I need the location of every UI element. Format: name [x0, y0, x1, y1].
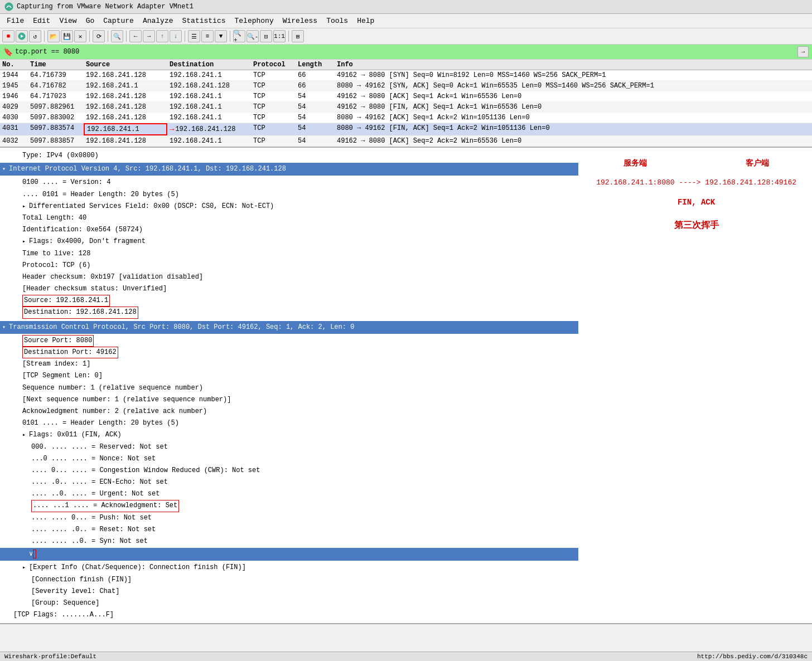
tcp-seg-len: [TCP Segment Len: 0] — [22, 370, 574, 382]
menu-go[interactable]: Go — [81, 15, 99, 27]
toolbar-sep-5 — [185, 31, 185, 42]
menu-tools[interactable]: Tools — [322, 15, 352, 27]
table-row[interactable]: 4030 5097.883002 192.168.241.128 192.168… — [0, 113, 812, 123]
row-no: 1945 — [0, 81, 28, 91]
row-no: 4032 — [0, 136, 28, 146]
menu-statistics[interactable]: Statistics — [177, 15, 230, 27]
row-src: 192.168.241.128 — [84, 70, 167, 80]
annotation-area: 服务端 客户端 192.168.241.1:8080 ----> 192.168… — [585, 150, 808, 621]
detail-left-pane: Type: IPv4 (0x0800) Internet Protocol Ve… — [4, 150, 574, 621]
row-info: 49162 → 8080 [ACK] Seq=1 Ack=1 Win=65536… — [335, 91, 812, 101]
ip-section-header[interactable]: Internet Protocol Version 4, Src: 192.16… — [0, 163, 578, 176]
menu-view[interactable]: View — [55, 15, 81, 27]
first-button[interactable]: ↑ — [156, 30, 168, 42]
menu-help[interactable]: Help — [352, 15, 379, 27]
row-time: 5097.883857 — [28, 136, 84, 146]
zoom-out-button[interactable]: 🔍- — [246, 30, 259, 42]
tcp-flag-ecn: .... .0.. .... = ECN-Echo: Not set — [31, 477, 574, 488]
annotation-client-label: 客户端 — [746, 155, 769, 171]
row-proto: TCP — [251, 113, 296, 123]
row-info: 8080 → 49162 [FIN, ACK] Seq=1 Ack=2 Win=… — [335, 123, 812, 135]
filter-apply-button[interactable]: → — [798, 46, 809, 57]
row-no: 4029 — [0, 102, 28, 112]
close-file-button[interactable]: ✕ — [74, 30, 86, 42]
annotation-flags: FIN, ACK — [596, 195, 796, 210]
tcp-flags-header[interactable]: Flags: 0x011 (FIN, ACK) — [22, 429, 574, 441]
row-src: 192.168.241.128 — [84, 136, 167, 146]
menu-analyze[interactable]: Analyze — [138, 15, 178, 27]
next-button[interactable]: → — [143, 30, 155, 42]
row-info: 49162 → 8080 [SYN] Seq=0 Win=8192 Len=0 … — [335, 70, 812, 80]
row-len: 54 — [296, 102, 335, 112]
expert-info-header[interactable]: [Expert Info (Chat/Sequence): Connection… — [22, 562, 574, 573]
save-button[interactable]: 💾 — [61, 30, 73, 42]
tcp-section-header[interactable]: Transmission Control Protocol, Src Port:… — [0, 321, 578, 334]
toolbar-sep-2 — [89, 31, 90, 42]
col-info: Info — [335, 60, 812, 70]
row-proto: TCP — [251, 91, 296, 101]
row-len: 54 — [296, 136, 335, 146]
table-row[interactable]: 1946 64.717023 192.168.241.128 192.168.2… — [0, 91, 812, 102]
expert-conn-finish: [Connection finish (FIN)] — [31, 574, 574, 586]
menu-file[interactable]: File — [2, 15, 28, 27]
col-destination: Destination — [167, 60, 251, 70]
ip-checksum: Header checksum: 0xb197 [validation disa… — [22, 271, 574, 283]
prev-button[interactable]: ← — [129, 30, 142, 42]
menu-wireless[interactable]: Wireless — [278, 15, 322, 27]
ip-dscp[interactable]: Differentiated Services Field: 0x00 (DSC… — [22, 201, 574, 212]
down-arrow-button[interactable]: ▼ — [215, 30, 227, 42]
row-no: 1946 — [0, 91, 28, 101]
row-src-text: 192.168.241.1 — [87, 125, 139, 133]
adjust-button[interactable]: ⊞ — [292, 30, 304, 42]
row-proto: TCP — [251, 81, 296, 91]
ip-header-text: Internet Protocol Version 4, Src: 192.16… — [9, 165, 286, 173]
col-protocol: Protocol — [251, 60, 296, 70]
tcp-flag-nonce: ...0 .... .... = Nonce: Not set — [31, 453, 574, 465]
last-button[interactable]: ↓ — [170, 30, 182, 42]
table-row[interactable]: 4029 5097.882961 192.168.241.128 192.168… — [0, 102, 812, 113]
reload-button[interactable]: ⟳ — [93, 30, 105, 42]
detail-type-line: Type: IPv4 (0x0800) — [22, 150, 574, 162]
tcp-header-text: Transmission Control Protocol, Src Port:… — [9, 323, 354, 331]
menu-capture[interactable]: Capture — [99, 15, 138, 27]
table-row[interactable]: 1945 64.716782 192.168.241.1 192.168.241… — [0, 81, 812, 91]
find-button[interactable]: 🔍 — [111, 30, 123, 42]
menu-edit[interactable]: Edit — [28, 15, 55, 27]
row-time: 5097.883002 — [28, 113, 84, 123]
status-left: Wireshark·profile:Default — [4, 653, 96, 660]
status-bar: Wireshark·profile:Default http://bbs.ped… — [0, 652, 812, 661]
tcp-src-port: Source Port: 8080 — [22, 335, 94, 347]
row-src: 192.168.241.1 — [84, 123, 167, 135]
tcp-flag-push: .... .... 0... = Push: Not set — [31, 512, 574, 524]
tcp-flag-reset: .... .... .0.. = Reset: Not set — [31, 524, 574, 536]
packet-list-header: No. Time Source Destination Protocol Len… — [0, 60, 812, 70]
menu-telephony[interactable]: Telephony — [230, 15, 278, 27]
filter-icon: 🔖 — [3, 47, 13, 57]
table-row[interactable]: 4032 5097.883857 192.168.241.128 192.168… — [0, 136, 812, 147]
col-source: Source — [84, 60, 167, 70]
tcp-flags-line: [TCP Flags: .......A...F] — [13, 609, 574, 621]
list-view2-button[interactable]: ≡ — [201, 30, 214, 42]
row-dst: 192.168.241.1 — [167, 70, 251, 80]
stop-button[interactable]: ■ — [2, 30, 14, 42]
ip-flags[interactable]: Flags: 0x4000, Don't fragment — [22, 236, 574, 247]
tcp-fin-selected[interactable]: ∨ — [0, 548, 578, 561]
red-arrow-icon: → — [170, 125, 174, 134]
tcp-flag-ack: .... ...1 .... = Acknowledgment: Set — [31, 500, 179, 512]
expert-group: [Group: Sequence] — [31, 597, 574, 609]
zoom-fit-button[interactable]: ⊡ — [260, 30, 272, 42]
table-row[interactable]: 4031 5097.883574 192.168.241.1 → 192.168… — [0, 123, 812, 136]
open-button[interactable]: 📂 — [47, 30, 60, 42]
list-view-button[interactable]: ☰ — [188, 30, 200, 42]
zoom-in-button[interactable]: 🔍+ — [233, 30, 245, 42]
table-row[interactable]: 1944 64.716739 192.168.241.128 192.168.2… — [0, 70, 812, 81]
start-button[interactable] — [16, 30, 28, 42]
row-len: 66 — [296, 81, 335, 91]
tcp-flag-fin: ∨ — [29, 550, 36, 558]
row-dst: 192.168.241.128 — [167, 81, 251, 91]
row-time: 64.716782 — [28, 81, 84, 91]
zoom-reset-button[interactable]: 1:1 — [273, 30, 286, 42]
filter-input[interactable] — [15, 48, 795, 56]
restart-button[interactable]: ↺ — [29, 30, 41, 42]
toolbar-sep-1 — [44, 31, 45, 42]
